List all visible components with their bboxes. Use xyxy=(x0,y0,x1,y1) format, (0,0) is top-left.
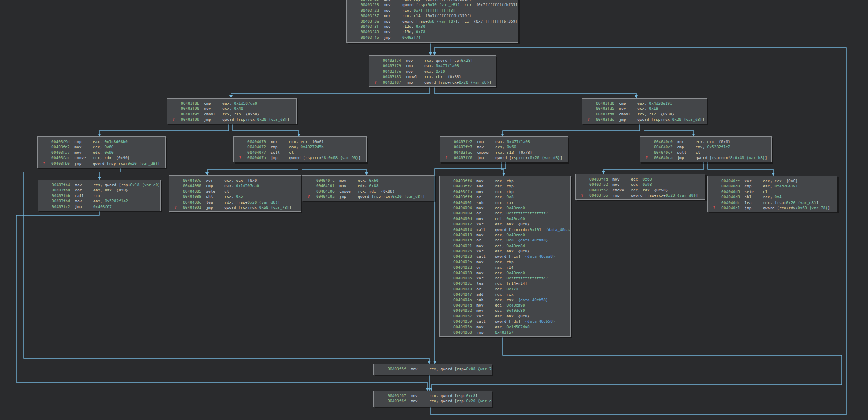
instruction-line[interactable]: 0040407e xor ecx, ecx {0x0} xyxy=(183,178,299,183)
basic-block-403fe2[interactable]: 00403fe2 cmp eax, 0x477f1a0800403fe7 mov… xyxy=(440,136,568,162)
instruction-line[interactable]: 00404060 jmp 0x403f67 xyxy=(453,330,569,335)
instruction-line[interactable]: 00404040 or rdx, 0x170 xyxy=(453,286,569,292)
basic-block-403f67[interactable]: 00403f67 mov rcx, qword [rsp+0xc8]00403f… xyxy=(373,391,492,407)
instruction-line[interactable]: 00403f6f mov rcx, qword [rsp+0x20 {var_d… xyxy=(388,398,490,403)
instruction-line[interactable]: 0040401d or rcx, 0x8 {data_40caa8} xyxy=(453,237,569,243)
basic-block-404070[interactable]: 00404070 xor ecx, ecx {0x0}00404072 cmp … xyxy=(233,136,367,162)
instruction-line[interactable]: 004040c2 cmp eax, 0x5282f1e2 xyxy=(654,144,769,149)
instruction-line[interactable]: ?0040407a jmp qword [rsp+rcx*8+0x68 {var… xyxy=(247,155,365,160)
instruction-line[interactable]: 00404018 mov ecx, 0x40caa0 xyxy=(453,232,569,237)
instruction-line[interactable]: 00403f9d cmp eax, 0x1c8d08b0 xyxy=(51,139,164,144)
instruction-line[interactable]: 0040404a sub rdx, rax {data_40cb58} xyxy=(453,297,569,302)
instruction-line[interactable]: 00403ffd or rcx, 0x8 xyxy=(453,194,569,200)
instruction-line[interactable]: 004040fc mov ecx, 0x60 xyxy=(316,178,432,183)
instruction-line[interactable]: 00403f79 cmp eax, 0x477f1a08 xyxy=(383,63,494,68)
instruction-line[interactable]: 00404077 setl cl xyxy=(247,150,365,155)
instruction-line[interactable]: 004040ce xor ecx, ecx {0x0} xyxy=(721,178,835,183)
instruction-line[interactable]: 004040d0 cmp eax, 0x4d20e191 xyxy=(721,183,835,189)
instruction-line[interactable]: 00403fe2 cmp eax, 0x477f1a08 xyxy=(454,139,566,144)
instruction-line[interactable]: 00404072 cmp eax, 0x4027245b xyxy=(247,144,365,149)
instruction-line[interactable]: 00403ff7 add rax, rbp xyxy=(453,183,569,189)
instruction-line[interactable]: 00403fac cmove rcx, rdx {0x90} xyxy=(51,155,164,160)
instruction-line[interactable]: 00404035 xor rcx, 0xffffffffffffff47 xyxy=(453,275,569,281)
instruction-line[interactable]: 00403fbb call rcx xyxy=(52,193,159,198)
instruction-line[interactable]: 004040c0 xor ecx, ecx {0x0} xyxy=(654,139,769,144)
basic-block-403f5f[interactable]: 00403f5f mov rcx, qword [rsp+0x88 {var_7… xyxy=(373,364,492,375)
instruction-line[interactable]: 0040405b mov eax, 0x1d507da0 xyxy=(453,324,569,330)
instruction-line[interactable]: 00403fbd mov eax, 0x5282f1e2 xyxy=(52,198,159,204)
instruction-line[interactable]: 00403f67 mov rcx, qword [rsp+0xc8] xyxy=(388,393,490,398)
instruction-line[interactable]: ?00403fb0 jmp qword [rsp+rcx+0x20 {var_d… xyxy=(51,161,164,166)
instruction-line[interactable]: 00404106 cmove rcx, rdx {0x88} xyxy=(316,189,432,194)
instruction-line[interactable]: 004040d8 shl rcx, 0x4 xyxy=(721,194,835,200)
instruction-line[interactable]: 0040408c lea rdx, [rsp+0x20 {var_d8}] xyxy=(183,200,299,205)
instruction-line[interactable]: 00404028 call qword [rcx] {data_40caa8} xyxy=(453,254,569,259)
basic-block-403f9d[interactable]: 00403f9d cmp eax, 0x1c8d08b000403fa2 mov… xyxy=(37,136,166,168)
instruction-line[interactable]: 00403f4d mov ecx, 0x60 xyxy=(589,176,703,182)
instruction-line[interactable]: 00403fc2 jmp 0x403f67 xyxy=(52,204,159,209)
instruction-line[interactable]: 00404014 call qword [rcx+rdx+0x10] {data… xyxy=(453,227,569,232)
instruction-line[interactable]: ?00403fde jmp qword [rsp+rcx+0x20 {var_d… xyxy=(596,117,705,122)
instruction-line[interactable]: 00403f5f mov rcx, qword [rsp+0x88 {var_7… xyxy=(388,366,490,372)
instruction-line[interactable]: 004040dc lea rdx, [rsp+0x20 {var_d8}] xyxy=(721,200,835,205)
basic-block-403f25[interactable]: 00403f25 and rcx, rbp {0x7fffffffffbf351… xyxy=(346,0,518,43)
instruction-line[interactable]: ?00403f87 jmp qword [rsp+rcx+0x20 {var_d… xyxy=(383,80,494,85)
instruction-line[interactable]: 004040c7 setl cl xyxy=(654,150,769,155)
instruction-line[interactable]: 00403fd0 cmp eax, 0x4d20e191 xyxy=(596,101,705,106)
basic-block-4040ce[interactable]: 004040ce xor ecx, ecx {0x0}004040d0 cmp … xyxy=(707,176,837,212)
instruction-line[interactable]: 00403f95 cmovl rcx, r15 {0x58} xyxy=(181,111,295,117)
instruction-line[interactable]: 00403f3f mov r12d, 0x30 xyxy=(361,24,516,29)
instruction-line[interactable]: 00404088 shl rcx, 0x5 xyxy=(183,194,299,199)
basic-block-4040fc[interactable]: 004040fc mov ecx, 0x6000404101 mov edx, … xyxy=(302,175,434,201)
basic-block-40407e[interactable]: 0040407e xor ecx, ecx {0x0}00404080 cmp … xyxy=(169,175,301,212)
basic-block-403fd0[interactable]: 00403fd0 cmp eax, 0x4d20e19100403fd5 mov… xyxy=(582,98,707,124)
instruction-line[interactable]: ?00403f5b jmp qword [rsp+rcx+0x20 {var_d… xyxy=(589,193,703,198)
instruction-line[interactable]: ?00404091 jmp qword [rcx+rdx+0x60 {var_7… xyxy=(183,205,299,210)
instruction-line[interactable]: 0040403c lea rdx, [r14+r14] xyxy=(453,281,569,286)
instruction-line[interactable]: 0040400d mov edi, 0x40ca60 xyxy=(453,216,569,221)
instruction-line[interactable]: 00403ff4 mov rax, rbp xyxy=(453,178,569,183)
instruction-line[interactable]: 00403f45 mov r13d, 0x78 xyxy=(361,29,516,34)
instruction-line[interactable]: 00403fec cmove rcx, r13 {0x78} xyxy=(454,150,566,155)
instruction-line[interactable]: 00404012 xor eax, eax {0x0} xyxy=(453,221,569,227)
instruction-line[interactable]: 00403f8b cmp eax, 0x1d507da0 xyxy=(181,101,295,106)
instruction-line[interactable]: 00404009 or rdx, 0xfffffffffffffff7 xyxy=(453,210,569,216)
basic-block-403f4d[interactable]: 00403f4d mov ecx, 0x6000403f52 mov edx, … xyxy=(575,174,705,200)
instruction-line[interactable]: 00404052 mov esi, 0x40dc80 xyxy=(453,308,569,313)
instruction-line[interactable]: 00403f83 cmovl rcx, rbx {0x38} xyxy=(383,74,494,79)
basic-block-403fb4[interactable]: 00403fb4 mov rcx, qword [rsp+0x18 {var_e… xyxy=(38,180,161,211)
instruction-line[interactable]: 0040402d or rax, r14 xyxy=(453,265,569,270)
instruction-line[interactable]: 00404057 xor eax, eax {0x0} xyxy=(453,313,569,319)
instruction-line[interactable]: 0040404d mov edi, 0x40ca98 xyxy=(453,302,569,308)
instruction-line[interactable]: 00404070 xor ecx, ecx {0x0} xyxy=(247,139,365,144)
instruction-line[interactable]: ?004040ca jmp qword [rsp+rcx*8+0x40 {var… xyxy=(654,155,769,160)
basic-block-403f74[interactable]: 00403f74 mov rcx, qword [rsp+0x28]00403f… xyxy=(369,55,496,87)
instruction-line[interactable]: 00403f37 xor rcx, r14 {0x7fffffffffbf359… xyxy=(361,13,516,18)
instruction-line[interactable]: ?0040410a jmp qword [rsp+rcx+0x20 {var_d… xyxy=(316,194,432,199)
instruction-line[interactable]: 00403fe7 mov ecx, 0x60 xyxy=(454,144,566,149)
instruction-line[interactable]: 00403f4b jmp 0x403f74 xyxy=(361,35,516,40)
instruction-line[interactable]: 00403f2d mov rcx, 0x7fffffffffffff3f xyxy=(361,8,516,13)
instruction-line[interactable]: 00403f3a mov qword [rsp+0x8 {var_f0}], r… xyxy=(361,19,516,24)
instruction-line[interactable]: 00403fda cmovl rcx, r12 {0x30} xyxy=(596,111,705,117)
instruction-line[interactable]: ?00403f99 jmp qword [rsp+rcx+0x20 {var_d… xyxy=(181,117,295,122)
instruction-line[interactable]: 00403fb9 xor eax, eax {0x0} xyxy=(52,187,159,193)
instruction-line[interactable]: 00403ffa mov rcx, rbp xyxy=(453,189,569,194)
instruction-line[interactable]: 0040402a mov rax, rbp xyxy=(453,259,569,265)
instruction-line[interactable]: 00404080 cmp eax, 0x1d507da0 xyxy=(183,183,299,188)
instruction-line[interactable]: 00403f90 mov ecx, 0x40 xyxy=(181,106,295,111)
instruction-line[interactable]: 00404026 xor eax, eax {0x0} xyxy=(453,248,569,254)
instruction-line[interactable]: 00403f52 mov edx, 0x98 xyxy=(589,182,703,187)
basic-block-4040c0[interactable]: 004040c0 xor ecx, ecx {0x0}004040c2 cmp … xyxy=(640,136,772,162)
instruction-line[interactable]: 00404004 mov edx, 0x40caa0 xyxy=(453,205,569,210)
instruction-line[interactable]: 00404085 sete cl xyxy=(183,189,299,194)
instruction-line[interactable]: 00403f74 mov rcx, qword [rsp+0x28] xyxy=(383,58,494,63)
instruction-line[interactable]: 00403f57 cmove rcx, rdx {0x98} xyxy=(589,187,703,193)
instruction-line[interactable]: 00404101 mov edx, 0x88 xyxy=(316,183,432,188)
instruction-line[interactable]: 00403fd5 mov ecx, 0x18 xyxy=(596,106,705,111)
instruction-line[interactable]: ?00403ff0 jmp qword [rsp+rcx+0x20 {var_d… xyxy=(454,155,566,160)
instruction-line[interactable]: 00404047 add rdx, rcx xyxy=(453,292,569,297)
basic-block-403f8b[interactable]: 00403f8b cmp eax, 0x1d507da000403f90 mov… xyxy=(167,98,297,124)
instruction-line[interactable]: 00404030 mov ecx, 0x40caa0 xyxy=(453,270,569,275)
instruction-line[interactable]: 00404021 mov edi, 0x40ca8d xyxy=(453,243,569,248)
